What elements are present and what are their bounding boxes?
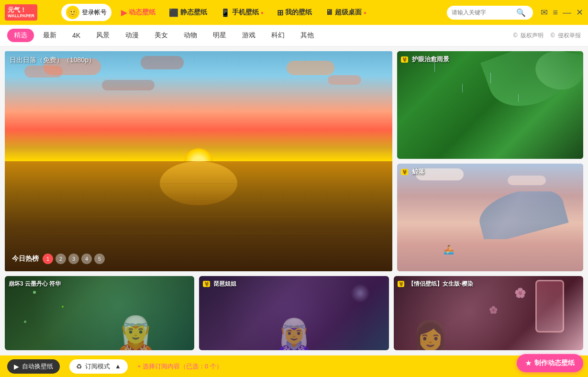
- whale-tail-container: [478, 191, 574, 239]
- cloud2: [24, 66, 63, 78]
- right-card-whale[interactable]: 🚣 V 鲸落: [397, 164, 583, 271]
- right-card-rain[interactable]: V 护眼治愈雨景: [397, 51, 583, 159]
- tab-mywalls[interactable]: ⊞ 我的壁纸: [271, 6, 318, 20]
- whale-cloud2: [508, 176, 546, 185]
- cat-other[interactable]: 其他: [294, 29, 321, 42]
- raindrop4: [518, 94, 519, 102]
- bottom-card-3[interactable]: 👩 🌸 🌸 V 【情侣壁纸】女生版-樱染: [394, 276, 583, 350]
- category-right-actions: © 版权声明 © 侵权举报: [513, 32, 581, 40]
- particle2: [62, 306, 64, 308]
- tab-dynamic-label: 动态壁纸: [129, 8, 155, 17]
- tab-mobile-label: 手机壁纸: [232, 8, 259, 17]
- blossom2: 🌸: [489, 306, 498, 314]
- hotdot-5[interactable]: 5: [94, 254, 105, 264]
- cat-scifi[interactable]: 科幻: [265, 29, 291, 42]
- whale-card-label: V 鲸落: [401, 167, 424, 176]
- login-button[interactable]: 🙂 登录帐号: [61, 4, 111, 21]
- hotrank: 今日热榜 1 2 3 4 5: [12, 254, 105, 264]
- phone-frame: [535, 280, 564, 333]
- tab-mywalls-label: 我的壁纸: [285, 8, 312, 17]
- cat-4k[interactable]: 4K: [66, 29, 87, 42]
- copyright-link[interactable]: © 版权声明: [513, 32, 544, 40]
- cat-star[interactable]: 明星: [206, 29, 233, 42]
- make-wallpaper-button[interactable]: ★ 制作动态壁纸: [517, 354, 583, 355]
- card3-label: V 【情侣壁纸】女生版-樱染: [398, 280, 473, 288]
- header-icons: ✉ ≡ — ✕: [541, 7, 583, 18]
- tab-dynamic[interactable]: ▶ 动态壁纸: [115, 6, 161, 20]
- dynamic-icon: ▶: [121, 8, 127, 17]
- boat-figure: 🚣: [444, 244, 454, 255]
- search-icon[interactable]: 🔍: [516, 8, 526, 17]
- cat-animal[interactable]: 动物: [177, 29, 204, 42]
- vip-badge-2: V: [401, 169, 408, 175]
- hotdot-4[interactable]: 4: [81, 254, 92, 264]
- featured-panel[interactable]: 日出日落（免费）（1080p） 今日热榜 1 2 3 4 5: [5, 51, 392, 271]
- minimize-icon[interactable]: —: [563, 8, 571, 18]
- search-area: 🔍: [447, 6, 533, 20]
- header: 元气！ WALLPAPER 🙂 登录帐号 ▶ 动态壁纸 ⬛ 静态壁纸 📱 手机壁…: [0, 0, 588, 25]
- cloud4: [328, 75, 361, 85]
- raindrop3: [490, 73, 491, 83]
- featured-title: 日出日落（免费）（1080p）: [10, 56, 95, 65]
- avatar-icon: 🙂: [66, 6, 79, 19]
- cloud3: [287, 61, 334, 75]
- sunset-sky: [5, 51, 392, 172]
- featured-image: [5, 51, 392, 271]
- tab-mobile[interactable]: 📱 手机壁纸 ●: [215, 6, 269, 20]
- cat-scenery[interactable]: 风景: [89, 29, 116, 42]
- wave3: [5, 216, 392, 217]
- logo-line2: WALLPAPER: [8, 13, 34, 19]
- blossom: 🌸: [514, 287, 526, 299]
- rain-card-label: V 护眼治愈雨景: [401, 55, 449, 64]
- cat-latest[interactable]: 最新: [36, 29, 63, 42]
- cat-game[interactable]: 游戏: [235, 29, 262, 42]
- tab-desktop[interactable]: 🖥 超级桌面 ●: [320, 6, 372, 19]
- wave2: [5, 200, 392, 201]
- static-icon: ⬛: [169, 8, 178, 17]
- card1-char: 🧝: [115, 317, 156, 350]
- bottom-card-2[interactable]: 🧝‍♀️ V 琵琶姐姐: [199, 276, 388, 350]
- logo-area: 元气！ WALLPAPER: [5, 4, 57, 21]
- logo: 元气！ WALLPAPER: [5, 4, 37, 21]
- mobile-icon: 📱: [221, 8, 230, 17]
- menu-icon[interactable]: ≡: [553, 8, 558, 18]
- hotdot-3[interactable]: 3: [68, 254, 79, 264]
- wave1: [5, 183, 392, 184]
- nav-tabs: ▶ 动态壁纸 ⬛ 静态壁纸 📱 手机壁纸 ● ⊞ 我的壁纸 🖥 超级桌面 ●: [115, 6, 443, 20]
- search-input[interactable]: [452, 9, 514, 16]
- right-panel: V 护眼治愈雨景 🚣 V 鲸落: [397, 51, 583, 271]
- tab-static-label: 静态壁纸: [180, 8, 207, 17]
- wave4: [5, 233, 392, 234]
- category-bar: 精选 最新 4K 风景 动漫 美女 动物 明星 游戏 科幻 其他 © 版权声明 …: [0, 25, 588, 46]
- cat-featured[interactable]: 精选: [7, 29, 34, 42]
- cloud5: [141, 56, 184, 69]
- card1-label: 崩坏3 云墨丹心 符华: [9, 280, 61, 288]
- cat-beauty[interactable]: 美女: [148, 29, 175, 42]
- particle3: [24, 321, 26, 323]
- vip-badge: V: [401, 56, 408, 63]
- card3-vip: V: [398, 281, 405, 287]
- report-link[interactable]: © 侵权举报: [551, 32, 581, 40]
- tab-static[interactable]: ⬛ 静态壁纸: [163, 6, 213, 20]
- desktop-icon: 🖥: [325, 8, 333, 17]
- card2-vip: V: [203, 281, 210, 287]
- bottom-card-1[interactable]: 🧝 崩坏3 云墨丹心 符华: [5, 276, 194, 350]
- raindrop2: [462, 84, 463, 92]
- card2-light: [351, 284, 370, 303]
- mail-icon[interactable]: ✉: [541, 7, 548, 18]
- cat-anime[interactable]: 动漫: [119, 29, 145, 42]
- main-content: 日出日落（免费）（1080p） 今日热榜 1 2 3 4 5: [0, 46, 588, 276]
- card2-char: 🧝‍♀️: [275, 319, 313, 350]
- mywalls-icon: ⊞: [277, 8, 283, 17]
- hotdot-2[interactable]: 2: [55, 254, 66, 264]
- card3-char: 👩: [412, 322, 448, 350]
- card2-label: V 琵琶姐姐: [203, 280, 236, 288]
- cloud6: [102, 80, 155, 90]
- hotdot-1[interactable]: 1: [43, 254, 53, 264]
- hotrank-dots: 1 2 3 4 5: [43, 254, 105, 264]
- hotrank-label: 今日热榜: [12, 255, 39, 263]
- bottom-row: 🧝 崩坏3 云墨丹心 符华 🧝‍♀️ V 琵琶姐姐 👩: [0, 276, 588, 355]
- login-label: 登录帐号: [82, 8, 107, 17]
- whale-tail: [478, 191, 569, 239]
- close-icon[interactable]: ✕: [576, 7, 583, 18]
